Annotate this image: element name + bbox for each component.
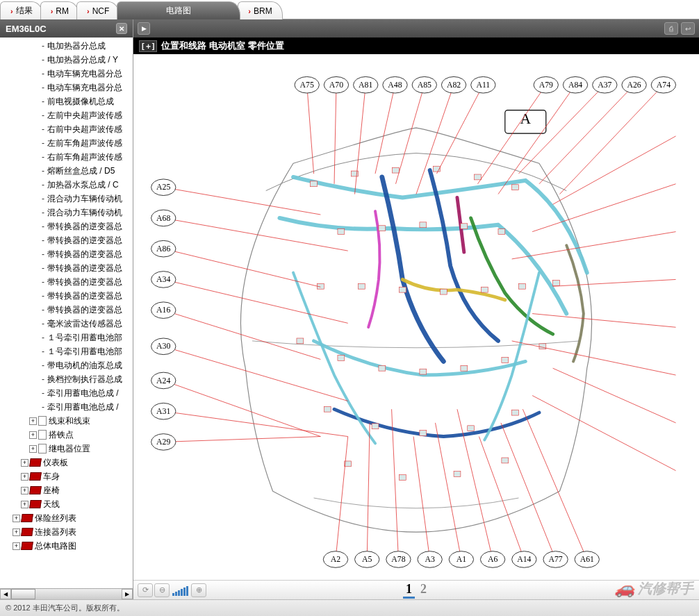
expander-icon[interactable]: +: [13, 542, 20, 550]
tree-leaf[interactable]: 带转换器的逆变器总: [0, 289, 133, 303]
tab-circuit[interactable]: 电路图: [117, 1, 240, 19]
page-2[interactable]: 2: [418, 582, 429, 599]
tree[interactable]: 电加热器分总成电加热器分总成 / Y电动车辆充电器分总电动车辆充电器分总前电视摄…: [0, 38, 133, 588]
svg-text:A31: A31: [156, 406, 170, 416]
svg-rect-12: [358, 283, 365, 289]
svg-line-72: [163, 188, 320, 215]
svg-rect-29: [512, 410, 519, 415]
page-1[interactable]: 1: [403, 582, 415, 599]
scroll-left-button[interactable]: ◀: [0, 589, 11, 599]
tree-leaf[interactable]: 牵引用蓄电池总成 /: [0, 400, 133, 414]
doc-icon: [38, 430, 47, 440]
play-button[interactable]: ▶: [138, 22, 150, 35]
tree-node[interactable]: +仪表板: [0, 456, 133, 469]
svg-text:A86: A86: [156, 244, 170, 253]
tree-leaf[interactable]: 带转换器的逆变器总: [0, 247, 133, 261]
print-button[interactable]: ⎙: [664, 22, 678, 35]
tab-rm[interactable]: ›RM: [40, 1, 79, 19]
svg-rect-18: [297, 338, 304, 344]
tree-leaf[interactable]: 右前中央超声波传感: [0, 122, 133, 136]
content-toolbar: ▶ ⎙ ↩: [133, 19, 699, 38]
tree-leaf[interactable]: 带电动机的油泵总成: [0, 358, 133, 372]
sidebar-close-button[interactable]: ✕: [116, 23, 127, 34]
expander-icon[interactable]: +: [29, 431, 37, 439]
back-button[interactable]: ↩: [681, 22, 695, 35]
tree-leaf[interactable]: 前电视摄像机总成: [0, 94, 133, 108]
svg-text:A34: A34: [156, 274, 170, 284]
tree-node[interactable]: +连接器列表: [0, 525, 133, 539]
expander-icon[interactable]: +: [21, 487, 28, 494]
tree-leaf[interactable]: 右前车角超声波传感: [0, 150, 133, 164]
svg-rect-8: [420, 222, 427, 228]
tree-leaf[interactable]: 带转换器的逆变器总: [0, 261, 133, 275]
svg-rect-16: [518, 283, 525, 289]
tab-brm[interactable]: ›BRM: [238, 1, 282, 19]
tree-node[interactable]: +天线: [0, 497, 133, 511]
svg-rect-7: [379, 226, 386, 231]
tree-node[interactable]: +保险丝列表: [0, 511, 133, 525]
expander-icon[interactable]: +: [13, 528, 20, 536]
svg-rect-22: [461, 365, 468, 371]
expander-icon[interactable]: +: [29, 417, 37, 425]
tree-leaf[interactable]: 带转换器的逆变器总: [0, 303, 133, 317]
tree-node[interactable]: +搭铁点: [0, 428, 133, 442]
expand-button[interactable]: [＋]: [139, 40, 157, 52]
svg-text:A82: A82: [447, 80, 461, 90]
diagram-area[interactable]: AA75A70A81A48A85A82A11A79A84A37A26A74A25…: [133, 54, 699, 580]
tree-leaf[interactable]: 加热器水泵总成 / C: [0, 178, 133, 192]
svg-rect-6: [338, 229, 345, 235]
book-icon: [30, 472, 41, 481]
scroll-thumb[interactable]: [11, 589, 35, 599]
tree-leaf[interactable]: 牵引用蓄电池总成 /: [0, 386, 133, 400]
tree-node[interactable]: +继电器位置: [0, 442, 133, 456]
sidebar: EM36L0C ✕ 电加热器分总成电加热器分总成 / Y电动车辆充电器分总电动车…: [0, 19, 133, 599]
scroll-right-button[interactable]: ▶: [122, 589, 133, 599]
tree-node[interactable]: +车身: [0, 469, 133, 483]
zoom-out-button[interactable]: ⊖: [154, 583, 170, 597]
tree-leaf[interactable]: 电加热器分总成: [0, 39, 133, 53]
tab-bar: ›结果 ›RM ›NCF 电路图 ›BRM: [0, 0, 699, 19]
tree-leaf[interactable]: 带转换器的逆变器总: [0, 233, 133, 247]
sidebar-hscroll[interactable]: ◀ ▶: [0, 588, 133, 599]
svg-rect-17: [553, 280, 560, 285]
svg-text:A14: A14: [517, 554, 531, 564]
expander-icon[interactable]: +: [21, 473, 28, 481]
tree-node[interactable]: +座椅: [0, 483, 133, 497]
tree-leaf[interactable]: 带转换器的逆变器总: [0, 219, 133, 233]
expander-icon[interactable]: +: [21, 501, 28, 508]
tree-leaf[interactable]: 换档控制执行器总成: [0, 372, 133, 386]
tree-leaf[interactable]: １号牵引用蓄电池部: [0, 344, 133, 358]
tree-leaf[interactable]: 熔断丝盒总成 / D5: [0, 164, 133, 178]
tree-leaf[interactable]: 毫米波雷达传感器总: [0, 317, 133, 331]
expander-icon[interactable]: +: [21, 459, 28, 467]
tab-ncf[interactable]: ›NCF: [76, 1, 120, 19]
svg-text:A16: A16: [156, 305, 170, 315]
tree-leaf[interactable]: 电动车辆充电器分总: [0, 81, 133, 94]
svg-text:A24: A24: [156, 376, 170, 385]
svg-line-66: [539, 85, 634, 184]
zoom-in-button[interactable]: ⊕: [191, 583, 206, 597]
expander-icon[interactable]: +: [13, 515, 20, 522]
arrow-icon: ›: [248, 7, 251, 15]
tree-leaf[interactable]: １号牵引用蓄电池部: [0, 331, 133, 344]
tab-results[interactable]: ›结果: [0, 1, 43, 19]
svg-text:A30: A30: [156, 341, 170, 351]
svg-text:A: A: [520, 110, 531, 127]
tree-leaf[interactable]: 带转换器的逆变器总: [0, 275, 133, 289]
zoom-level-bars[interactable]: [172, 585, 188, 596]
expander-icon[interactable]: +: [29, 445, 37, 453]
svg-line-48: [396, 85, 425, 184]
tree-leaf[interactable]: 电加热器分总成 / Y: [0, 53, 133, 67]
svg-line-69: [559, 85, 663, 194]
tree-node[interactable]: +线束和线束: [0, 414, 133, 428]
tree-leaf[interactable]: 左前车角超声波传感: [0, 136, 133, 150]
tree-leaf[interactable]: 混合动力车辆传动机: [0, 206, 133, 219]
tree-leaf[interactable]: 左前中央超声波传感: [0, 108, 133, 122]
tree-leaf[interactable]: 电动车辆充电器分总: [0, 67, 133, 81]
refresh-button[interactable]: ⟳: [138, 583, 153, 597]
book-icon: [30, 500, 41, 508]
svg-rect-32: [454, 472, 461, 477]
diagram-svg[interactable]: AA75A70A81A48A85A82A11A79A84A37A26A74A25…: [133, 54, 699, 580]
tree-node[interactable]: +总体电路图: [0, 539, 133, 553]
tree-leaf[interactable]: 混合动力车辆传动机: [0, 192, 133, 206]
